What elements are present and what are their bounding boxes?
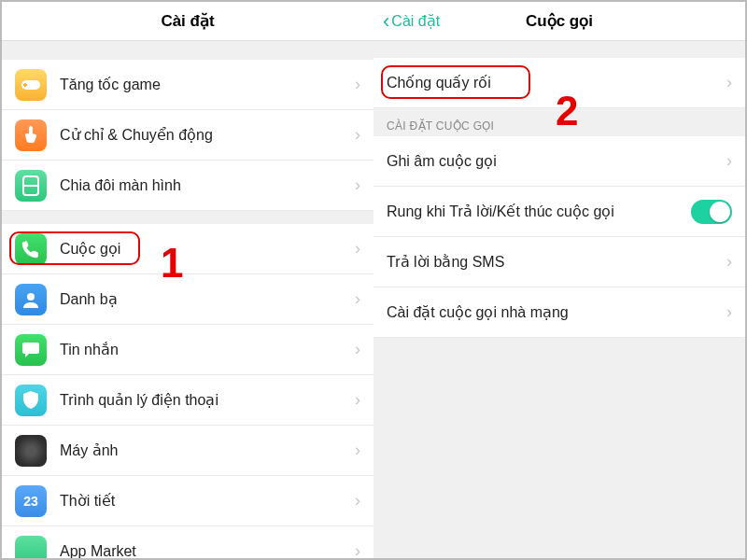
chevron-right-icon: ›: [355, 340, 360, 359]
header: ‹ Cài đặt Cuộc gọi: [374, 2, 745, 41]
calls-screen: ‹ Cài đặt Cuộc gọi Chống quấy rối › CÀI …: [374, 2, 745, 558]
chevron-right-icon: ›: [726, 151, 732, 171]
gesture-icon: [15, 119, 47, 151]
svg-point-5: [27, 293, 35, 301]
row-label: Cuộc gọi: [60, 240, 355, 258]
split-screen-icon: [15, 170, 47, 202]
row-calls[interactable]: Cuộc gọi ›: [2, 224, 374, 274]
back-label: Cài đặt: [391, 12, 440, 30]
page-title: Cuộc gọi: [526, 11, 593, 31]
row-split-screen[interactable]: Chia đôi màn hình ›: [2, 161, 374, 211]
message-icon: [15, 334, 47, 366]
row-camera[interactable]: Máy ảnh ›: [2, 426, 374, 476]
toggle-knob: [710, 202, 730, 222]
chevron-right-icon: ›: [355, 491, 360, 511]
chevron-right-icon: ›: [355, 441, 360, 460]
settings-screen: Cài đặt Tăng tốc game › Cử chỉ & Chuyển …: [2, 2, 374, 558]
app-market-icon: [15, 536, 47, 559]
settings-list: Tăng tốc game › Cử chỉ & Chuyển động › C…: [2, 41, 374, 558]
camera-icon: [15, 435, 47, 467]
section-header: CÀI ĐẶT CUỘC GỌI: [374, 108, 745, 136]
row-label: Tăng tốc game: [60, 76, 355, 93]
svg-rect-2: [23, 84, 27, 86]
row-app-market[interactable]: App Market ›: [2, 526, 374, 558]
row-label: Cử chỉ & Chuyển động: [60, 126, 355, 144]
page-title: Cài đặt: [161, 11, 214, 31]
row-label: Trả lời bằng SMS: [387, 253, 726, 271]
chevron-right-icon: ›: [355, 125, 360, 145]
shield-icon: [15, 385, 47, 416]
weather-icon: 23: [15, 485, 47, 517]
header: Cài đặt: [2, 2, 374, 41]
toggle-switch[interactable]: [691, 200, 732, 224]
row-label: Máy ảnh: [60, 441, 355, 459]
row-label: Ghi âm cuộc gọi: [387, 152, 726, 170]
row-label: Rung khi Trả lời/Kết thúc cuộc gọi: [387, 203, 691, 220]
row-carrier-call-settings[interactable]: Cài đặt cuộc gọi nhà mạng ›: [374, 287, 745, 338]
contacts-icon: [15, 284, 47, 315]
calls-list: Chống quấy rối › CÀI ĐẶT CUỘC GỌI Ghi âm…: [374, 41, 745, 558]
chevron-right-icon: ›: [355, 541, 360, 558]
row-gestures[interactable]: Cử chỉ & Chuyển động ›: [2, 110, 374, 161]
row-messages[interactable]: Tin nhắn ›: [2, 325, 374, 375]
row-label: Chống quấy rối: [387, 74, 726, 91]
row-label: Tin nhắn: [60, 341, 355, 358]
chevron-right-icon: ›: [726, 302, 732, 322]
row-weather[interactable]: 23 Thời tiết ›: [2, 476, 374, 526]
chevron-right-icon: ›: [355, 390, 360, 410]
row-vibrate-answer-end[interactable]: Rung khi Trả lời/Kết thúc cuộc gọi: [374, 187, 745, 237]
chevron-right-icon: ›: [355, 75, 360, 94]
back-button[interactable]: ‹ Cài đặt: [383, 9, 440, 34]
chevron-right-icon: ›: [726, 252, 732, 272]
row-call-recording[interactable]: Ghi âm cuộc gọi ›: [374, 136, 745, 187]
chevron-left-icon: ‹: [383, 9, 389, 34]
row-label: Chia đôi màn hình: [60, 177, 355, 194]
chevron-right-icon: ›: [355, 239, 360, 259]
row-sms-reply[interactable]: Trả lời bằng SMS ›: [374, 237, 745, 287]
row-contacts[interactable]: Danh bạ ›: [2, 274, 374, 325]
row-anti-harassment[interactable]: Chống quấy rối ›: [374, 58, 745, 108]
row-phone-manager[interactable]: Trình quản lý điện thoại ›: [2, 375, 374, 426]
phone-icon: [15, 233, 47, 265]
row-label: Danh bạ: [60, 290, 355, 308]
row-game-boost[interactable]: Tăng tốc game ›: [2, 60, 374, 110]
row-label: App Market: [60, 543, 355, 559]
chevron-right-icon: ›: [726, 73, 732, 92]
game-icon: [15, 69, 47, 101]
row-label: Thời tiết: [60, 492, 355, 510]
row-label: Cài đặt cuộc gọi nhà mạng: [387, 303, 726, 321]
chevron-right-icon: ›: [355, 289, 360, 309]
row-label: Trình quản lý điện thoại: [60, 391, 355, 409]
chevron-right-icon: ›: [355, 175, 360, 195]
